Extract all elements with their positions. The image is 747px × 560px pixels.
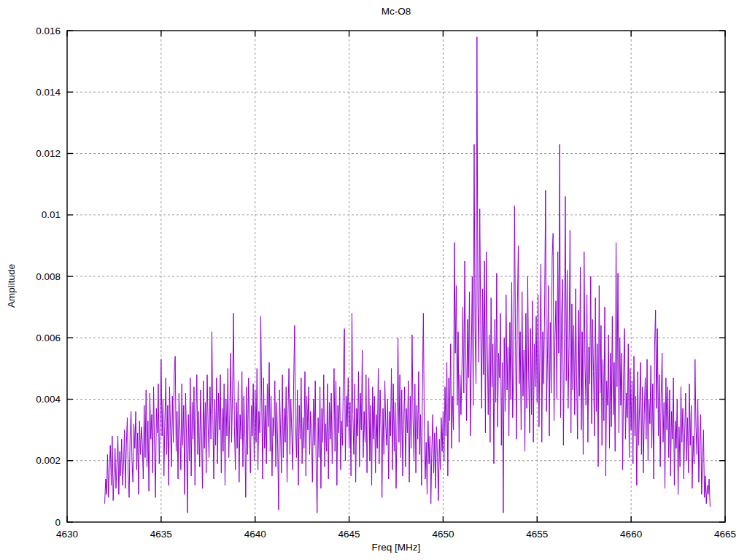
y-tick-label: 0.002: [36, 455, 61, 466]
y-tick-label: 0: [55, 517, 61, 528]
spectrum-chart: 4630463546404645465046554660466500.0020.…: [0, 0, 747, 560]
y-tick-label: 0.016: [36, 26, 61, 36]
x-tick-label: 4655: [526, 529, 548, 540]
y-axis-label: Amplitude: [6, 264, 17, 308]
x-axis-label: Freq [MHz]: [67, 542, 725, 553]
chart-title: Mc-O8: [67, 6, 725, 17]
y-tick-label: 0.01: [42, 209, 61, 220]
x-tick-label: 4650: [432, 529, 454, 540]
x-tick-label: 4635: [150, 529, 172, 540]
x-tick-label: 4640: [244, 529, 266, 540]
x-tick-label: 4645: [338, 529, 360, 540]
y-tick-label: 0.006: [36, 332, 61, 343]
x-tick-label: 4630: [56, 529, 78, 540]
plot-figure: 4630463546404645465046554660466500.0020.…: [0, 0, 747, 560]
y-tick-label: 0.008: [36, 271, 61, 282]
y-tick-label: 0.012: [36, 148, 61, 159]
y-tick-label: 0.014: [36, 87, 61, 98]
x-tick-label: 4665: [714, 529, 736, 540]
y-tick-label: 0.004: [36, 394, 61, 405]
x-tick-label: 4660: [620, 529, 642, 540]
spectrum-line: [105, 36, 711, 513]
